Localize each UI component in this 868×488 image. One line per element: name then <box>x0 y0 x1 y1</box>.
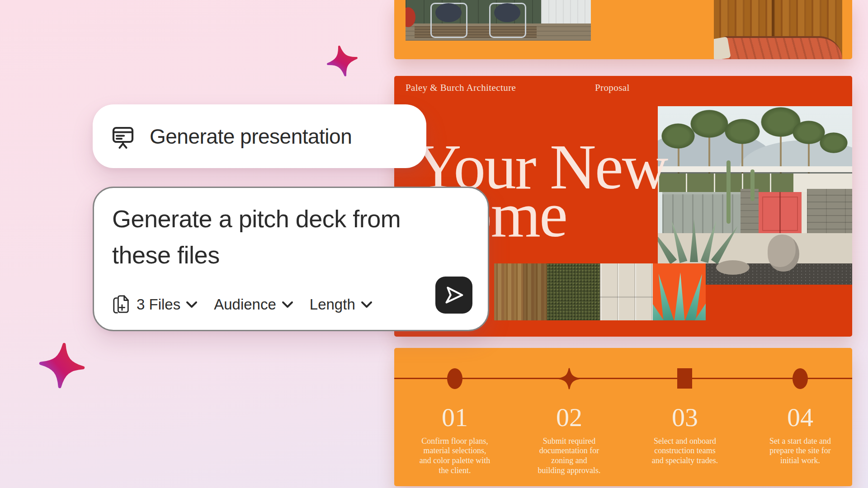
house-photo <box>658 106 852 285</box>
step-number: 04 <box>728 403 868 432</box>
send-icon <box>443 286 464 305</box>
slide-thumbnail-top <box>394 0 852 59</box>
material-swatches <box>494 263 706 320</box>
files-dropdown-label: 3 Files <box>137 296 180 313</box>
files-dropdown[interactable]: 3 Files <box>112 294 198 315</box>
timeline-marker-star <box>558 368 580 389</box>
slide-company-name: Paley & Burch Architecture <box>406 82 516 94</box>
generate-presentation-chip[interactable]: Generate presentation <box>93 104 426 168</box>
timeline-marker-ellipse <box>793 368 808 389</box>
presentation-icon <box>110 123 136 150</box>
panel-swatch <box>600 263 653 320</box>
audience-dropdown[interactable]: Audience <box>214 296 293 313</box>
chevron-down-icon <box>282 301 293 308</box>
chip-label: Generate presentation <box>150 124 352 149</box>
length-dropdown-label: Length <box>310 296 355 313</box>
timeline-line <box>394 378 852 379</box>
length-dropdown[interactable]: Length <box>310 296 373 313</box>
add-files-icon <box>112 294 131 315</box>
generate-presentation-promo: Paley & Burch Architecture Proposal <box>0 0 868 488</box>
send-button[interactable] <box>435 277 472 314</box>
prompt-card: Generate a pitch deck from these files 3… <box>93 187 489 331</box>
wood-swatch <box>494 263 547 320</box>
firefly-sparkle-icon <box>323 42 361 80</box>
chevron-down-icon <box>186 301 198 308</box>
interior-chairs-photo <box>406 0 591 41</box>
step-description: Set a start date and prepare the site fo… <box>728 436 868 466</box>
timeline-marker-ellipse <box>447 368 462 389</box>
audience-dropdown-label: Audience <box>214 296 276 313</box>
prompt-input[interactable]: Generate a pitch deck from these files <box>112 201 401 273</box>
chevron-down-icon <box>361 301 373 308</box>
timeline-slide: 01 Confirm floor plans, material selecti… <box>394 348 852 486</box>
prompt-controls: 3 Files Audience Length <box>112 290 373 319</box>
timeline-step: 04 Set a start date and prepare the site… <box>728 403 868 466</box>
vintage-sofa-photo <box>714 0 842 59</box>
timeline-marker-square <box>677 368 692 389</box>
agave-swatch <box>653 263 706 320</box>
slide-doc-label: Proposal <box>595 82 630 94</box>
mesh-swatch <box>547 263 600 320</box>
firefly-sparkle-icon <box>37 340 87 391</box>
